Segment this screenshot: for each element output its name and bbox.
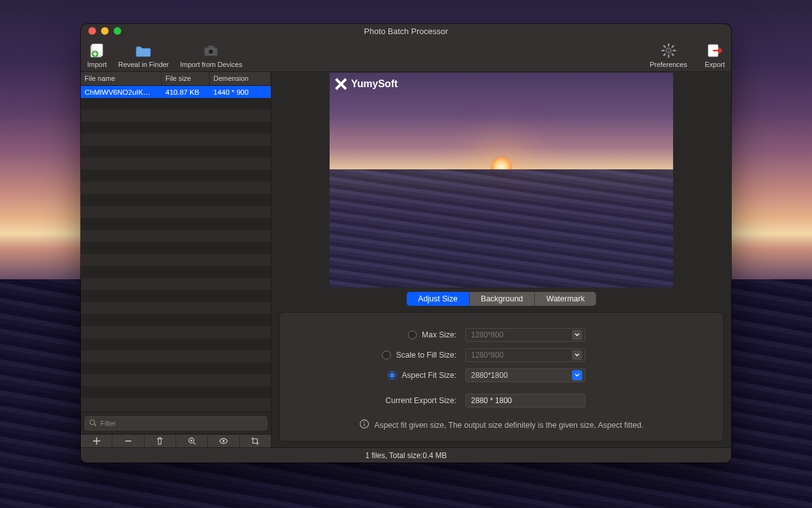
table-row[interactable] [81, 242, 271, 254]
app-window: Photo Batch Processor Import Reveal in F… [81, 24, 731, 463]
zoom-button[interactable] [176, 435, 208, 447]
reveal-in-finder-button[interactable]: Reveal in Finder [118, 42, 169, 68]
table-row[interactable] [81, 206, 271, 218]
table-row[interactable] [81, 398, 271, 410]
crop-button[interactable] [240, 435, 271, 447]
tab-watermark[interactable]: Watermark [535, 292, 596, 306]
mode-tabs: Adjust Size Background Watermark [407, 292, 596, 306]
label-aspect-fit: Aspect Fit Size: [402, 371, 457, 380]
svg-rect-5 [208, 45, 214, 48]
svg-line-12 [671, 53, 673, 55]
table-row[interactable] [81, 98, 271, 110]
hint-text: Aspect fit given size, The output size d… [374, 421, 643, 430]
svg-line-11 [663, 45, 665, 47]
preview-image[interactable]: YumySoft [330, 73, 673, 287]
export-icon [705, 42, 724, 59]
status-text: 1 files, Total size:0.4 MB [365, 451, 446, 460]
table-row[interactable] [81, 338, 271, 350]
toolbar-label: Reveal in Finder [118, 61, 169, 68]
quicklook-button[interactable] [208, 435, 239, 447]
table-row[interactable] [81, 182, 271, 194]
table-row[interactable] [81, 194, 271, 206]
table-row[interactable] [81, 110, 271, 122]
chevron-down-icon [572, 330, 582, 340]
window-title: Photo Batch Processor [81, 27, 731, 36]
current-export-size-field[interactable] [465, 394, 585, 408]
search-icon [89, 418, 97, 429]
list-toolbar [81, 434, 271, 447]
combo-scale-fill[interactable]: 1280*800 [465, 348, 585, 362]
preview-area: YumySoft [272, 72, 731, 288]
add-button[interactable] [81, 435, 112, 447]
svg-line-19 [193, 443, 195, 445]
table-row[interactable]: ChMlWV6NO2uIK…410.87 KB1440 * 900 [81, 86, 271, 98]
toolbar-label: Import from Devices [180, 61, 242, 68]
hint-row: Aspect fit given size, The output size d… [292, 419, 710, 431]
combo-value: 2880*1800 [471, 371, 508, 380]
status-bar: 1 files, Total size:0.4 MB [81, 447, 731, 463]
table-row[interactable] [81, 302, 271, 314]
titlebar: Photo Batch Processor [81, 24, 731, 38]
radio-max-size[interactable] [408, 330, 417, 339]
table-row[interactable] [81, 158, 271, 170]
table-row[interactable] [81, 326, 271, 338]
combo-max-size[interactable]: 1280*800 [465, 328, 585, 342]
svg-point-16 [90, 420, 95, 425]
watermark-text: YumySoft [351, 78, 398, 90]
import-button[interactable]: Import [87, 42, 107, 68]
svg-line-14 [663, 53, 665, 55]
toolbar-label: Preferences [650, 61, 687, 68]
options-panel: Max Size: 1280*800 Scale to Fill Size: 1… [279, 312, 724, 442]
toolbar-label: Export [705, 61, 725, 68]
camera-icon [201, 42, 220, 59]
svg-line-17 [94, 424, 96, 426]
table-row[interactable] [81, 230, 271, 242]
table-row[interactable] [81, 350, 271, 362]
table-body[interactable]: ChMlWV6NO2uIK…410.87 KB1440 * 900 [81, 86, 271, 412]
combo-value: 1280*800 [471, 351, 503, 360]
radio-scale-fill[interactable] [382, 351, 391, 360]
table-row[interactable] [81, 254, 271, 266]
table-row[interactable] [81, 134, 271, 146]
import-from-devices-button[interactable]: Import from Devices [180, 42, 242, 68]
toolbar: Import Reveal in Finder Import from Devi… [81, 38, 731, 72]
filter-input[interactable] [100, 420, 263, 427]
table-row[interactable] [81, 362, 271, 374]
file-list-pane: File name File size Demension ChMlWV6NO2… [81, 72, 272, 447]
table-header: File name File size Demension [81, 72, 271, 86]
label-current-export: Current Export Size: [385, 396, 457, 405]
svg-point-24 [364, 421, 365, 423]
table-row[interactable] [81, 218, 271, 230]
table-row[interactable] [81, 386, 271, 398]
gear-icon [659, 42, 678, 59]
radio-aspect-fit[interactable] [388, 371, 397, 380]
col-header-dim[interactable]: Demension [210, 72, 271, 85]
table-row[interactable] [81, 266, 271, 278]
svg-point-20 [222, 440, 225, 442]
import-icon [88, 42, 107, 59]
combo-aspect-fit[interactable]: 2880*1800 [465, 368, 585, 382]
table-row[interactable] [81, 146, 271, 158]
tab-background[interactable]: Background [470, 292, 535, 306]
info-icon [359, 419, 369, 431]
trash-button[interactable] [145, 435, 176, 447]
chevron-down-icon [572, 350, 582, 360]
col-header-name[interactable]: File name [81, 72, 162, 85]
table-row[interactable] [81, 122, 271, 134]
export-button[interactable]: Export [705, 42, 725, 68]
tab-adjust-size[interactable]: Adjust Size [407, 292, 470, 306]
table-row[interactable] [81, 170, 271, 182]
svg-point-4 [208, 49, 214, 54]
preferences-button[interactable]: Preferences [650, 42, 687, 68]
toolbar-label: Import [87, 61, 107, 68]
table-row[interactable] [81, 374, 271, 386]
filter-field[interactable] [85, 416, 267, 430]
table-row[interactable] [81, 314, 271, 326]
label-scale-fill: Scale to Fill Size: [396, 351, 457, 360]
remove-button[interactable] [112, 435, 144, 447]
label-max-size: Max Size: [422, 330, 457, 339]
table-row[interactable] [81, 278, 271, 290]
watermark-logo: YumySoft [335, 78, 398, 90]
table-row[interactable] [81, 290, 271, 302]
col-header-size[interactable]: File size [162, 72, 210, 85]
